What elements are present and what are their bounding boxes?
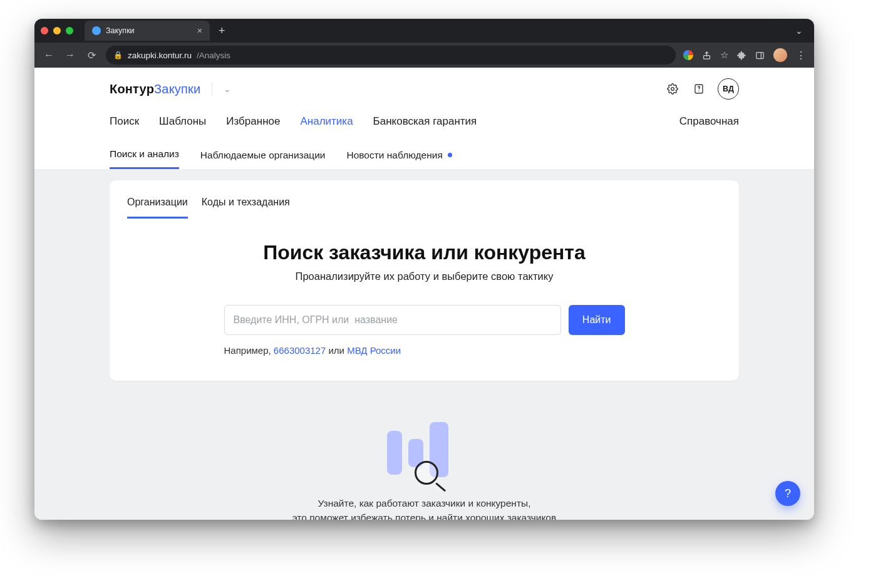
product-switcher-icon[interactable]: ⌄ xyxy=(224,84,231,94)
nav-search[interactable]: Поиск xyxy=(110,113,139,138)
example-link-org[interactable]: МВД России xyxy=(347,345,401,356)
subnav-watched-orgs[interactable]: Наблюдаемые организации xyxy=(200,143,326,169)
hero-title: Поиск заказчика или конкурента xyxy=(127,241,721,264)
inner-tabs: Организации Коды и техзадания xyxy=(127,194,721,219)
url-path: /Analysis xyxy=(197,51,230,60)
tab-codes[interactable]: Коды и техзадания xyxy=(202,194,290,219)
tab-favicon xyxy=(92,26,101,35)
hero-subtitle: Проанализируйте их работу и выберите сво… xyxy=(127,271,721,282)
browser-tab[interactable]: Закупки × xyxy=(85,21,210,41)
nav-favorites[interactable]: Избранное xyxy=(226,113,280,138)
browser-menu-icon[interactable]: ⋮ xyxy=(796,49,807,61)
reload-button[interactable]: ⟳ xyxy=(85,49,98,61)
magnifier-icon xyxy=(415,461,438,485)
toolbar-icons: ☆ ⋮ xyxy=(683,48,807,62)
panel-icon[interactable] xyxy=(755,51,765,60)
gear-icon[interactable] xyxy=(666,83,679,95)
help-fab-button[interactable]: ? xyxy=(775,481,800,506)
content: Организации Коды и техзадания Поиск зака… xyxy=(34,169,814,520)
brand-separator xyxy=(212,82,212,96)
nav-templates[interactable]: Шаблоны xyxy=(159,113,206,138)
brand-part2: Закупки xyxy=(154,82,200,96)
search-button[interactable]: Найти xyxy=(569,305,625,335)
search-input[interactable] xyxy=(224,305,561,335)
example-prefix: Например, xyxy=(224,345,274,356)
subnav-watch-news[interactable]: Новости наблюдения xyxy=(347,143,452,169)
example-sep: или xyxy=(326,345,347,356)
star-icon[interactable]: ☆ xyxy=(720,49,728,61)
caption: Узнайте, как работают заказчики и конкур… xyxy=(110,496,739,520)
address-bar[interactable]: 🔒 zakupki.kontur.ru/Analysis xyxy=(106,46,676,64)
google-icon[interactable] xyxy=(683,50,693,60)
brand-part1: Контур xyxy=(110,82,154,96)
minimize-window-button[interactable] xyxy=(53,27,61,34)
caption-line2: это поможет избежать потерь и найти хоро… xyxy=(110,510,739,520)
extensions-icon[interactable] xyxy=(737,51,746,60)
profile-avatar[interactable] xyxy=(773,48,787,62)
svg-point-3 xyxy=(671,88,674,91)
nav-help[interactable]: Справочная xyxy=(679,113,739,138)
user-avatar[interactable]: ВД xyxy=(718,78,739,100)
subnav-search-analysis[interactable]: Поиск и анализ xyxy=(110,143,179,169)
url-domain: zakupki.kontur.ru xyxy=(128,51,192,60)
brand-logo[interactable]: КонтурЗакупки xyxy=(110,82,200,96)
browser-tabstrip: Закупки × + ⌄ xyxy=(34,19,814,43)
sub-nav: Поиск и анализ Наблюдаемые организации Н… xyxy=(110,138,739,169)
page-header: КонтурЗакупки ⌄ ВД Поиск Шаблоны Избранн… xyxy=(34,68,814,169)
main-nav: Поиск Шаблоны Избранное Аналитика Банков… xyxy=(110,113,739,138)
new-tab-button[interactable]: + xyxy=(215,24,229,38)
tab-title: Закупки xyxy=(106,26,135,35)
help-icon[interactable] xyxy=(693,83,705,95)
caption-line1: Узнайте, как работают заказчики и конкур… xyxy=(110,496,739,510)
page: КонтурЗакупки ⌄ ВД Поиск Шаблоны Избранн… xyxy=(34,68,814,520)
svg-rect-1 xyxy=(756,52,763,58)
illustration-bars-icon xyxy=(387,418,462,481)
close-window-button[interactable] xyxy=(41,27,48,34)
nav-analytics[interactable]: Аналитика xyxy=(300,113,353,138)
forward-button[interactable]: → xyxy=(63,49,77,61)
example-hint: Например, 6663003127 или МВД России xyxy=(224,345,625,356)
tabs-dropdown-icon[interactable]: ⌄ xyxy=(790,26,808,36)
example-link-inn[interactable]: 6663003127 xyxy=(274,345,326,356)
search-card: Организации Коды и техзадания Поиск зака… xyxy=(110,180,739,381)
hero: Поиск заказчика или конкурента Проанализ… xyxy=(127,241,721,282)
search-row: Найти xyxy=(224,305,625,335)
browser-toolbar: ← → ⟳ 🔒 zakupki.kontur.ru/Analysis ☆ ⋮ xyxy=(34,43,814,68)
close-tab-icon[interactable]: × xyxy=(197,26,202,35)
tab-organizations[interactable]: Организации xyxy=(127,194,188,219)
window-controls xyxy=(41,27,73,34)
subnav-watch-news-label: Новости наблюдения xyxy=(347,150,443,161)
notification-dot-icon xyxy=(448,153,452,157)
back-button[interactable]: ← xyxy=(42,49,56,61)
maximize-window-button[interactable] xyxy=(66,27,73,34)
browser-window: Закупки × + ⌄ ← → ⟳ 🔒 zakupki.kontur.ru/… xyxy=(34,19,814,520)
svg-point-5 xyxy=(698,90,699,91)
nav-bank-guarantee[interactable]: Банковская гарантия xyxy=(373,113,477,138)
share-icon[interactable] xyxy=(702,51,711,60)
lock-icon: 🔒 xyxy=(113,51,123,59)
